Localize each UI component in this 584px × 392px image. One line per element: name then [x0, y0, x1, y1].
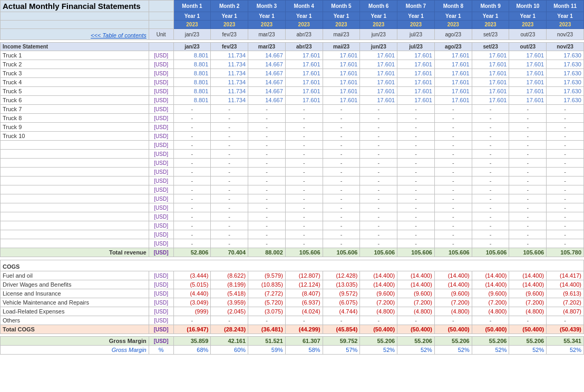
truck-val-7-0: - — [173, 114, 211, 123]
truck-val-0-5: 17.601 — [360, 51, 397, 60]
truck-val-17-10: - — [547, 203, 584, 212]
cogs-item-name-2: License and Insurance — [1, 289, 149, 298]
truck-val-2-2: 14.667 — [248, 69, 286, 78]
truck-val-3-4: 17.601 — [323, 78, 360, 87]
gross-margin-unit: [USD] — [149, 337, 173, 346]
truck-val-17-1: - — [211, 203, 248, 212]
cogs-val-5-10: - — [547, 316, 584, 325]
truck-val-16-5: - — [360, 194, 397, 203]
total-cogs-fev: (28.243) — [211, 325, 248, 334]
truck-val-20-4: - — [323, 230, 360, 239]
cogs-val-5-7: - — [434, 316, 472, 325]
truck-val-14-0: - — [173, 177, 211, 185]
sub-col-out: out/23 — [509, 43, 547, 51]
cogs-unit-4: [USD] — [149, 307, 173, 316]
date-label-11: 2023 — [547, 21, 584, 29]
truck-val-13-9: - — [509, 168, 547, 177]
truck-val-9-3: - — [285, 132, 323, 141]
truck-unit-17: [USD] — [149, 203, 173, 212]
truck-row-8: Truck 9[USD]----------- — [1, 123, 584, 132]
total-rev-abr: 105.606 — [285, 248, 323, 257]
cogs-val-5-6: - — [397, 316, 435, 325]
cogs-item-row-5: Others[USD]----------- — [1, 316, 584, 325]
truck-val-9-4: - — [323, 132, 360, 141]
truck-val-17-8: - — [472, 203, 509, 212]
truck-val-6-10: - — [547, 105, 584, 114]
truck-name-12 — [1, 159, 149, 168]
truck-unit-20: [USD] — [149, 230, 173, 239]
truck-val-14-6: - — [397, 177, 435, 185]
year-header-row: Year 1 Year 1 Year 1 Year 1 Year 1 Year … — [1, 12, 584, 21]
truck-val-19-8: - — [472, 221, 509, 230]
date-label-5: 2023 — [323, 21, 360, 29]
truck-val-6-0: - — [173, 105, 211, 114]
truck-val-6-9: - — [509, 105, 547, 114]
truck-val-8-8: - — [472, 123, 509, 132]
truck-val-4-5: 17.601 — [360, 87, 397, 96]
truck-val-12-5: - — [360, 159, 397, 168]
truck-val-4-1: 11.734 — [211, 87, 248, 96]
cogs-unit-0: [USD] — [149, 271, 173, 280]
truck-val-19-10: - — [547, 221, 584, 230]
cogs-val-0-2: (9.579) — [248, 271, 286, 280]
month-header-8: Month 8 — [434, 1, 472, 12]
cogs-val-1-3: (12.124) — [285, 280, 323, 289]
truck-val-2-10: 17.630 — [547, 69, 584, 78]
cogs-label: COGS — [1, 260, 584, 271]
date-label-8: 2023 — [434, 21, 472, 29]
truck-name-18 — [1, 212, 149, 221]
truck-val-17-4: - — [323, 203, 360, 212]
cogs-item-name-1: Driver Wages and Benefits — [1, 280, 149, 289]
truck-unit-6: [USD] — [149, 105, 173, 114]
truck-val-12-7: - — [434, 159, 472, 168]
truck-val-18-9: - — [509, 212, 547, 221]
truck-val-7-1: - — [211, 114, 248, 123]
truck-val-1-9: 17.601 — [509, 60, 547, 69]
truck-val-13-6: - — [397, 168, 435, 177]
sub-col-abr: abr/23 — [285, 43, 323, 51]
truck-val-18-2: - — [248, 212, 286, 221]
truck-val-13-8: - — [472, 168, 509, 177]
truck-row-13: [USD]----------- — [1, 168, 584, 177]
truck-val-11-8: - — [472, 150, 509, 159]
truck-val-4-10: 17.630 — [547, 87, 584, 96]
truck-val-13-0: - — [173, 168, 211, 177]
table-of-contents-link[interactable]: <<< Table of contents — [91, 32, 147, 38]
date-label-6: 2023 — [360, 21, 397, 29]
truck-val-19-7: - — [434, 221, 472, 230]
total-cogs-jun: (50.400) — [360, 325, 397, 334]
year-label-3: Year 1 — [248, 12, 286, 21]
truck-val-12-2: - — [248, 159, 286, 168]
truck-row-5: Truck 6[USD]8.80111.73414.66717.60117.60… — [1, 96, 584, 105]
gm-jul: 55.206 — [397, 337, 435, 346]
total-cogs-jul: (50.400) — [397, 325, 435, 334]
main-title: Actual Monthly Financial Statements — [1, 1, 149, 12]
cogs-val-2-4: (9.572) — [323, 289, 360, 298]
truck-val-20-9: - — [509, 230, 547, 239]
cogs-val-4-7: (4.800) — [434, 307, 472, 316]
gm-mar: 51.521 — [248, 337, 286, 346]
gm-pct-abr: 58% — [285, 346, 323, 355]
col-header-jul: jul/23 — [397, 29, 435, 40]
cogs-unit-1: [USD] — [149, 280, 173, 289]
truck-val-14-4: - — [323, 177, 360, 185]
gm-pct-nov: 52% — [547, 346, 584, 355]
cogs-item-name-0: Fuel and oil — [1, 271, 149, 280]
gm-pct-jul: 52% — [397, 346, 435, 355]
truck-row-18: [USD]----------- — [1, 212, 584, 221]
gm-pct-mar: 59% — [248, 346, 286, 355]
date-label-2: 2023 — [211, 21, 248, 29]
truck-val-20-10: - — [547, 230, 584, 239]
truck-val-10-10: - — [547, 141, 584, 150]
date-label-3: 2023 — [248, 21, 286, 29]
date-header-row: 2023 2023 2023 2023 2023 2023 2023 2023 … — [1, 21, 584, 29]
truck-val-16-0: - — [173, 194, 211, 203]
truck-val-11-6: - — [397, 150, 435, 159]
truck-val-19-1: - — [211, 221, 248, 230]
truck-val-17-9: - — [509, 203, 547, 212]
truck-val-5-9: 17.601 — [509, 96, 547, 105]
truck-val-4-4: 17.601 — [323, 87, 360, 96]
truck-val-9-6: - — [397, 132, 435, 141]
truck-row-11: [USD]----------- — [1, 150, 584, 159]
truck-val-16-8: - — [472, 194, 509, 203]
